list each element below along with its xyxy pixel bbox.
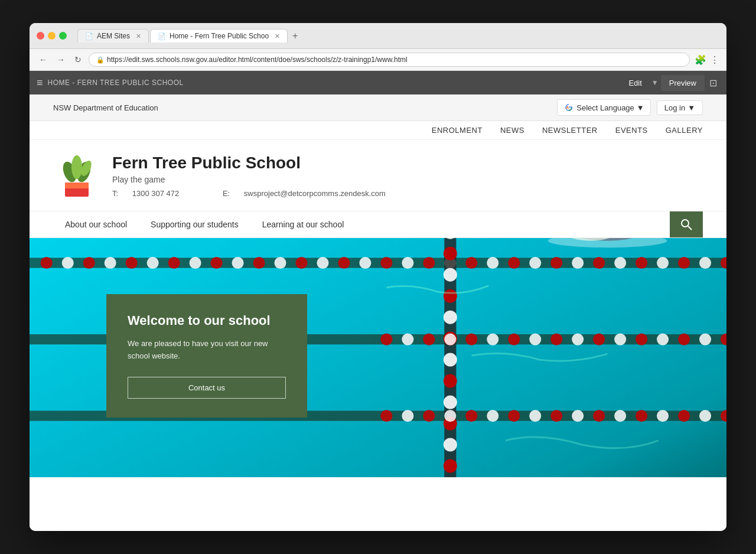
- school-header: Fern Tree Public School Play the game T:…: [30, 140, 726, 211]
- svg-point-28: [295, 257, 307, 269]
- svg-point-45: [657, 257, 669, 269]
- extensions-icon[interactable]: 🧩: [695, 54, 706, 66]
- svg-point-92: [593, 410, 605, 422]
- svg-point-93: [614, 410, 626, 422]
- nav-newsletter[interactable]: NEWSLETTER: [542, 126, 598, 135]
- nav-enrolment[interactable]: ENROLMENT: [432, 126, 483, 135]
- svg-point-96: [678, 410, 690, 422]
- svg-point-31: [359, 257, 371, 269]
- school-name: Fern Tree Public School: [112, 154, 703, 172]
- tab-aem[interactable]: 📄 AEM Sites ✕: [77, 29, 149, 43]
- search-button[interactable]: [670, 211, 703, 237]
- svg-point-90: [550, 410, 562, 422]
- svg-point-18: [83, 257, 95, 269]
- contact-us-button[interactable]: Contact us: [128, 377, 286, 399]
- svg-point-70: [487, 333, 498, 345]
- edit-chevron-icon[interactable]: ▼: [651, 79, 659, 87]
- tab-home[interactable]: 📄 Home - Fern Tree Public Schoo ✕: [150, 29, 288, 43]
- google-g-icon: [563, 102, 574, 113]
- svg-point-7: [682, 220, 689, 227]
- nav-gallery[interactable]: GALLERY: [666, 126, 703, 135]
- hero-overlay: Welcome to our school We are pleased to …: [106, 294, 307, 418]
- svg-point-79: [678, 333, 690, 345]
- url-bar[interactable]: 🔒 https://edit.sws.schools.nsw.gov.au/ed…: [89, 53, 690, 67]
- maximize-traffic-light[interactable]: [59, 32, 67, 40]
- login-button[interactable]: Log in ▼: [657, 100, 703, 115]
- browser-window: 📄 AEM Sites ✕ 📄 Home - Fern Tree Public …: [30, 23, 726, 531]
- svg-point-30: [338, 257, 350, 269]
- svg-point-29: [317, 257, 328, 269]
- url-path: /editor.html/content/doe/sws/schools/z/z…: [217, 56, 408, 64]
- svg-point-68: [444, 333, 456, 345]
- svg-point-87: [487, 410, 498, 422]
- svg-point-19: [105, 257, 116, 269]
- school-contact: T: 1300 307 472 E: swsproject@detcorpcom…: [112, 189, 703, 198]
- main-nav-about[interactable]: About our school: [53, 211, 139, 237]
- svg-point-82: [380, 410, 392, 422]
- minimize-traffic-light[interactable]: [48, 32, 56, 40]
- title-bar: 📄 AEM Sites ✕ 📄 Home - Fern Tree Public …: [30, 23, 726, 49]
- nav-events[interactable]: EVENTS: [615, 126, 648, 135]
- school-logo: [53, 152, 100, 199]
- svg-point-69: [465, 333, 477, 345]
- hero-section: Welcome to our school We are pleased to …: [30, 238, 726, 477]
- google-translate-widget[interactable]: Select Language ▼: [557, 99, 650, 116]
- svg-point-77: [636, 333, 647, 345]
- svg-point-43: [614, 257, 626, 269]
- close-traffic-light[interactable]: [37, 32, 44, 40]
- svg-point-65: [380, 333, 392, 345]
- svg-line-8: [688, 226, 692, 230]
- login-label: Log in: [664, 103, 685, 112]
- svg-point-37: [487, 257, 498, 269]
- svg-point-23: [190, 257, 201, 269]
- svg-point-25: [232, 257, 243, 269]
- forward-button[interactable]: →: [54, 54, 67, 66]
- svg-point-80: [699, 333, 711, 345]
- svg-point-95: [657, 410, 669, 422]
- translate-label: Select Language: [576, 103, 634, 112]
- svg-point-16: [41, 257, 53, 269]
- phone-label: T: 1300 307 472: [112, 189, 193, 198]
- main-nav-learning[interactable]: Learning at our school: [250, 211, 356, 237]
- school-info: Fern Tree Public School Play the game T:…: [112, 154, 703, 198]
- svg-rect-2: [65, 183, 89, 188]
- svg-point-75: [593, 333, 605, 345]
- svg-point-74: [572, 333, 584, 345]
- svg-point-52: [444, 247, 457, 260]
- main-nav-supporting[interactable]: Supporting our students: [139, 211, 250, 237]
- welcome-title: Welcome to our school: [128, 313, 286, 328]
- svg-point-78: [657, 333, 669, 345]
- svg-point-36: [465, 257, 477, 269]
- website-content: NSW Department of Education Select Langu…: [30, 94, 726, 531]
- tab-aem-icon: 📄: [85, 32, 93, 40]
- svg-point-88: [508, 410, 520, 422]
- svg-point-32: [380, 257, 392, 269]
- translate-chevron-icon: ▼: [637, 103, 644, 112]
- main-nav: About our school Supporting our students…: [30, 211, 726, 238]
- nav-news[interactable]: NEWS: [500, 126, 524, 135]
- svg-point-5: [71, 155, 82, 179]
- edit-button[interactable]: Edit: [621, 75, 649, 91]
- refresh-button[interactable]: ↻: [72, 54, 84, 66]
- ssl-lock-icon: 🔒: [96, 56, 105, 64]
- svg-point-20: [126, 257, 138, 269]
- svg-point-55: [444, 311, 457, 324]
- cms-breadcrumb: HOME - FERN TREE PUBLIC SCHOOL: [48, 79, 184, 87]
- cms-menu-icon[interactable]: ≡: [37, 77, 43, 89]
- search-icon: [680, 219, 692, 230]
- tab-home-close[interactable]: ✕: [275, 32, 280, 40]
- cms-toolbar-right: Edit ▼ Preview ⊡: [621, 75, 719, 91]
- back-button[interactable]: ←: [37, 54, 50, 66]
- svg-point-34: [423, 257, 435, 269]
- svg-point-46: [678, 257, 690, 269]
- menu-icon[interactable]: ⋮: [710, 54, 719, 66]
- svg-point-42: [593, 257, 605, 269]
- cms-extra-icon[interactable]: ⊡: [707, 75, 719, 91]
- svg-point-97: [699, 410, 711, 422]
- tab-bar: 📄 AEM Sites ✕ 📄 Home - Fern Tree Public …: [77, 29, 719, 43]
- preview-button[interactable]: Preview: [661, 75, 705, 91]
- svg-point-89: [529, 410, 541, 422]
- new-tab-button[interactable]: +: [289, 31, 301, 41]
- dept-name: NSW Department of Education: [53, 103, 158, 112]
- tab-aem-close[interactable]: ✕: [136, 32, 141, 40]
